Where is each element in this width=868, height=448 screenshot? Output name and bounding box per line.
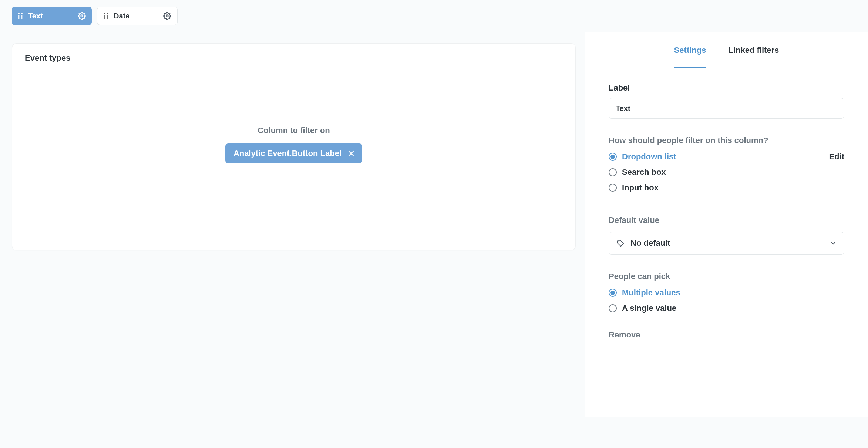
tab-settings[interactable]: Settings [674,32,706,68]
radio-icon [609,304,617,312]
svg-point-2 [18,15,20,17]
radio-search-box[interactable]: Search box [609,167,829,177]
radio-label: Multiple values [622,288,680,298]
filter-type-question: How should people filter on this column? [609,136,844,145]
question-card: Event types Column to filter on Analytic… [12,43,576,250]
close-icon[interactable] [348,150,354,156]
svg-point-9 [104,15,105,17]
radio-label: Dropdown list [622,152,676,162]
column-filter-label: Column to filter on [258,126,330,135]
gear-icon[interactable] [78,12,86,20]
svg-point-6 [81,15,83,17]
svg-point-12 [107,17,108,19]
radio-icon [609,168,617,176]
default-value-label: Default value [609,215,844,225]
svg-point-8 [107,13,108,14]
radio-dropdown-list[interactable]: Dropdown list [609,152,829,162]
svg-point-16 [618,241,619,242]
radio-label: Input box [622,183,659,193]
radio-icon [609,184,617,192]
radio-single-value[interactable]: A single value [609,303,844,313]
edit-link[interactable]: Edit [829,152,844,162]
svg-point-5 [21,17,23,19]
drag-handle-icon[interactable] [103,13,108,19]
svg-point-10 [107,15,108,17]
svg-point-3 [21,15,23,17]
default-value-select[interactable]: No default [609,232,844,255]
label-field-label: Label [609,83,844,93]
filter-pills-bar: Text Date [0,0,868,32]
svg-point-0 [18,13,20,14]
settings-panel: Settings Linked filters Label How should… [585,32,868,417]
radio-icon [609,289,617,297]
svg-point-4 [18,17,20,19]
filter-pill-label: Text [28,12,73,20]
tag-icon [616,239,625,247]
svg-point-11 [104,17,105,19]
column-chip[interactable]: Analytic Event.Button Label [225,143,362,163]
label-input[interactable] [609,98,844,119]
filter-pill-date[interactable]: Date [97,7,178,25]
svg-point-7 [104,13,105,14]
tabs: Settings Linked filters [585,32,868,68]
radio-label: A single value [622,303,676,313]
svg-point-1 [21,13,23,14]
default-value-text: No default [630,238,824,248]
radio-input-box[interactable]: Input box [609,183,829,193]
card-title: Event types [25,53,563,63]
column-chip-text: Analytic Event.Button Label [233,149,342,158]
filter-pill-text[interactable]: Text [12,7,92,25]
filter-pill-label: Date [114,12,158,20]
drag-handle-icon[interactable] [18,13,23,19]
radio-multiple-values[interactable]: Multiple values [609,288,844,298]
gear-icon[interactable] [163,12,171,20]
people-pick-label: People can pick [609,272,844,281]
remove-label: Remove [609,330,844,340]
tab-linked-filters[interactable]: Linked filters [728,32,779,68]
radio-icon [609,153,617,161]
radio-label: Search box [622,167,666,177]
chevron-down-icon [830,240,837,247]
svg-point-13 [166,15,168,17]
